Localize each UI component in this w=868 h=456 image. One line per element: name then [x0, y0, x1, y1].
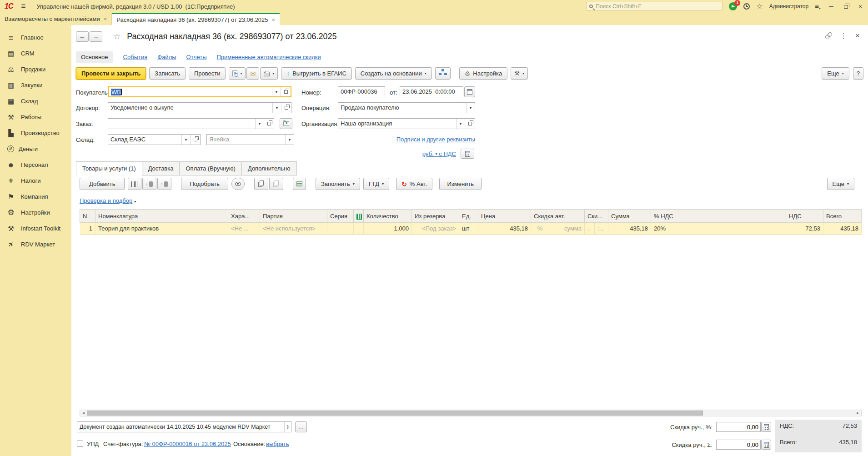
scroll-right-icon[interactable]: ▸ — [854, 410, 861, 416]
cell-auto-discount-pct[interactable]: % — [531, 223, 549, 235]
col-from-reserve[interactable]: Из резерва — [412, 210, 459, 223]
main-menu-icon[interactable]: ≡ — [21, 2, 25, 11]
global-search[interactable] — [586, 2, 722, 11]
col-quantity[interactable]: Количество — [364, 210, 412, 223]
window-tab-marketplaces[interactable]: Взаиморасчеты с маркетплейсами × — [0, 13, 112, 25]
cell-unit[interactable]: шт — [459, 223, 478, 235]
col-manual-discount[interactable]: Ски... — [585, 210, 608, 223]
tab-goods-services[interactable]: Товары и услуги (1) — [76, 161, 142, 175]
chevron-down-icon[interactable]: ▼ — [272, 87, 281, 96]
organization-field[interactable]: Наша организация ▼ — [338, 118, 475, 129]
sidebar-item-rdv-market[interactable]: RDV Маркет — [0, 236, 71, 252]
cell-field[interactable]: Ячейка ▼ — [206, 134, 294, 145]
sidebar-item-taxes[interactable]: Налоги — [0, 173, 71, 189]
nav-link-events[interactable]: События — [123, 54, 148, 60]
favorite-star-icon[interactable]: ☆ — [113, 31, 120, 41]
chevron-down-icon[interactable]: ▼ — [466, 103, 475, 113]
sidebar-item-main[interactable]: Главное — [0, 30, 71, 45]
comment-field[interactable]: ▲▼ — [77, 421, 291, 432]
document-log-button[interactable]: ▾ — [229, 67, 246, 80]
more-button[interactable]: Еще▾ — [822, 67, 849, 80]
sidebar-item-works[interactable]: Работы — [0, 109, 71, 125]
chevron-down-icon[interactable]: ▾ — [134, 200, 136, 204]
favorites-star-icon[interactable]: ☆ — [756, 3, 763, 10]
load-table-button[interactable] — [293, 178, 306, 190]
col-sum[interactable]: Сумма — [608, 210, 651, 223]
save-button[interactable]: Записать — [149, 67, 186, 80]
nav-link-auto-discounts[interactable]: Примененные автоматические скидки — [217, 54, 321, 60]
tab-close-icon[interactable]: × — [104, 15, 107, 22]
nav-link-reports[interactable]: Отчеты — [186, 54, 207, 60]
price-types-button[interactable] — [461, 149, 474, 159]
pick-items-button[interactable]: Подобрать — [181, 178, 228, 190]
scrollbar-thumb[interactable] — [87, 411, 703, 416]
post-button[interactable]: Провести — [189, 67, 226, 80]
sidebar-item-company[interactable]: Компания — [0, 189, 71, 205]
print-button[interactable]: ▾ — [260, 67, 278, 80]
fill-button[interactable]: Заполнить▾ — [316, 178, 360, 190]
structure-button[interactable] — [435, 67, 451, 80]
horizontal-scrollbar[interactable]: ◂ ▸ — [80, 410, 862, 416]
comment-more-button[interactable]: ... — [295, 421, 307, 432]
basis-select-link[interactable]: выбрать — [266, 441, 289, 447]
cell-total[interactable]: 435,18 — [823, 223, 862, 235]
comment-spinner[interactable]: ▲▼ — [284, 422, 291, 432]
col-n[interactable]: N — [80, 210, 95, 223]
manual-discount-sum-input[interactable] — [716, 440, 761, 450]
help-button[interactable]: ? — [853, 67, 863, 80]
sidebar-item-sales[interactable]: Продажи — [0, 61, 71, 77]
col-batch[interactable]: Партия — [260, 210, 327, 223]
chevron-down-icon[interactable]: ▼ — [272, 103, 281, 113]
cell-series[interactable] — [327, 223, 354, 235]
chevron-down-icon[interactable]: ▼ — [255, 119, 264, 129]
cell-price[interactable]: 435,18 — [478, 223, 531, 235]
minimize-button[interactable]: ─ — [827, 3, 835, 10]
sidebar-item-warehouse[interactable]: Склад — [0, 93, 71, 109]
barcode-scan-button[interactable] — [128, 178, 141, 190]
cell-from-reserve[interactable]: <Под заказ> — [412, 223, 459, 235]
edit-button[interactable]: Изменить — [439, 178, 482, 190]
terminal-load-button[interactable] — [142, 178, 156, 190]
sidebar-item-staff[interactable]: Персонал — [0, 157, 71, 173]
tab-additional[interactable]: Дополнительно — [241, 161, 297, 175]
upd-checkbox[interactable] — [77, 441, 83, 447]
create-based-on-button[interactable]: Создать на основании▾ — [355, 67, 432, 80]
cell-vat-percent[interactable]: 20% — [651, 223, 786, 235]
view-button[interactable] — [231, 178, 245, 190]
table-more-button[interactable]: Еще▾ — [827, 178, 854, 190]
history-icon[interactable] — [743, 3, 750, 10]
terminal-unload-button[interactable] — [157, 178, 171, 190]
fill-from-order-button[interactable] — [280, 118, 292, 129]
cell-batch[interactable]: <Не используется> — [260, 223, 327, 235]
discount-pct-calc-button[interactable] — [761, 422, 771, 432]
sidebar-item-purchases[interactable]: Закупки — [0, 77, 71, 93]
paste-rows-button[interactable] — [269, 178, 283, 190]
open-field-icon[interactable] — [281, 87, 291, 96]
buyer-field[interactable]: WB ▼ — [108, 86, 291, 97]
cell-marking[interactable] — [354, 223, 364, 235]
comment-input[interactable] — [77, 422, 284, 432]
warehouse-field[interactable]: Склад ЕАЭС ▼ — [108, 134, 201, 145]
open-field-icon[interactable] — [465, 119, 475, 129]
sidebar-item-production[interactable]: Производство — [0, 125, 71, 141]
gtd-button[interactable]: ГТД▾ — [363, 178, 389, 190]
copy-rows-button[interactable] — [254, 178, 268, 190]
cell-manual-discount-b[interactable]: :... — [595, 223, 608, 235]
cell-manual-discount-a[interactable]: .. — [585, 223, 595, 235]
cell-quantity[interactable]: 1,000 — [364, 223, 412, 235]
back-button[interactable]: ← — [76, 31, 89, 42]
order-field[interactable]: ▼ — [108, 118, 274, 129]
chevron-down-icon[interactable]: ▼ — [181, 135, 190, 145]
col-marking[interactable] — [354, 210, 364, 223]
post-and-close-button[interactable]: Провести и закрыть — [76, 67, 146, 80]
sidebar-item-settings[interactable]: Настройки — [0, 205, 71, 220]
cell-sum[interactable]: 435,18 — [608, 223, 651, 235]
cell-auto-discount-sum[interactable]: сумма — [549, 223, 585, 235]
invoice-link[interactable]: № 00ФР-0000016 от 23.06.2025 — [144, 441, 231, 447]
cell-characteristic[interactable]: <Не ... — [228, 223, 260, 235]
contract-field[interactable]: Уведомление о выкупе ▼ — [108, 102, 291, 113]
tab-payment[interactable]: Оплата (Вручную) — [179, 161, 241, 175]
auto-discount-button[interactable]: ↻% Авт. — [396, 178, 432, 190]
col-nomenclature[interactable]: Номенклатура — [95, 210, 228, 223]
current-user[interactable]: Администратор — [769, 3, 809, 10]
